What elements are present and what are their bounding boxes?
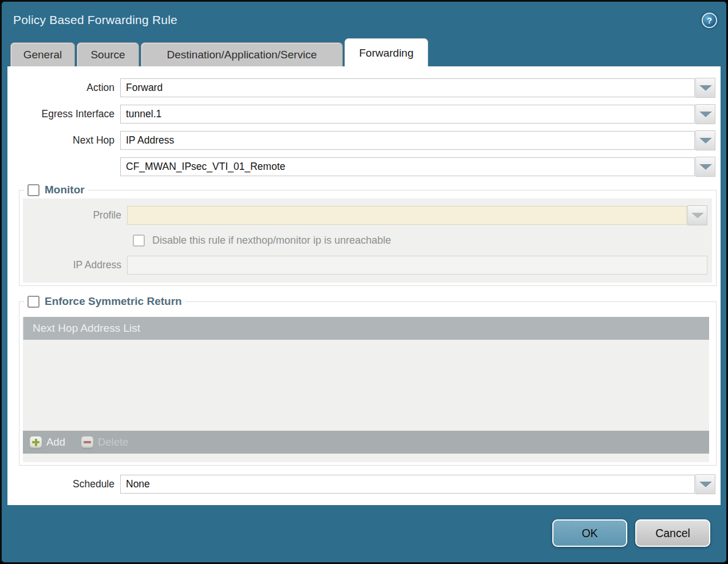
monitor-ip-input — [127, 256, 707, 275]
table-header-label: Next Hop Address List — [33, 322, 140, 335]
monitor-panel: Profile Disable this rule if nexthop/mon… — [23, 198, 712, 283]
disable-rule-checkbox — [133, 235, 145, 247]
chevron-down-icon — [699, 164, 712, 170]
forwarding-tab-panel: Action Forward Egress Interface tunnel.1… — [7, 66, 721, 505]
pbf-rule-dialog: Policy Based Forwarding Rule ? General S… — [0, 0, 728, 564]
symmetric-return-section: Enforce Symmetric Return Next Hop Addres… — [19, 295, 717, 466]
action-select[interactable]: Forward — [120, 78, 695, 97]
next-hop-dropdown-button[interactable] — [695, 130, 715, 150]
chevron-down-icon — [699, 112, 712, 117]
add-button[interactable]: Add — [30, 436, 65, 448]
tab-bar: General Source Destination/Application/S… — [2, 38, 726, 66]
ok-button[interactable]: OK — [552, 519, 627, 547]
monitor-section: Monitor Profile Disable this rule if nex… — [19, 184, 717, 286]
next-hop-address-dropdown-button[interactable] — [695, 157, 715, 177]
monitor-legend-label: Monitor — [45, 184, 85, 196]
action-label: Action — [7, 82, 120, 94]
monitor-ip-label: IP Address — [23, 259, 127, 271]
plus-icon — [30, 436, 42, 448]
next-hop-address-table: Next Hop Address List Add Delete — [23, 317, 709, 462]
profile-select — [127, 206, 687, 225]
egress-interface-select[interactable]: tunnel.1 — [120, 105, 695, 124]
egress-interface-row: Egress Interface tunnel.1 — [7, 105, 715, 124]
tab-destination-application-service[interactable]: Destination/Application/Service — [141, 42, 343, 66]
chevron-down-icon — [699, 482, 712, 487]
schedule-dropdown-button[interactable] — [695, 474, 715, 494]
cancel-button[interactable]: Cancel — [635, 519, 710, 547]
monitor-legend: Monitor — [24, 184, 88, 196]
action-row: Action Forward — [7, 78, 715, 97]
minus-icon — [81, 436, 93, 448]
schedule-row: Schedule None — [7, 475, 715, 494]
delete-button: Delete — [81, 436, 128, 448]
symmetric-return-checkbox[interactable] — [27, 296, 39, 308]
disable-rule-row: Disable this rule if nexthop/monitor ip … — [133, 232, 710, 248]
titlebar: Policy Based Forwarding Rule ? — [2, 2, 726, 38]
chevron-down-icon — [691, 213, 704, 219]
delete-button-label: Delete — [98, 436, 128, 448]
table-body[interactable] — [23, 340, 709, 431]
table-header: Next Hop Address List — [23, 317, 709, 340]
next-hop-type-select[interactable]: IP Address — [120, 131, 695, 150]
monitor-checkbox[interactable] — [27, 184, 39, 196]
egress-interface-label: Egress Interface — [7, 108, 120, 120]
profile-dropdown-button — [687, 205, 707, 225]
chevron-down-icon — [699, 138, 712, 144]
tab-forwarding[interactable]: Forwarding — [345, 38, 428, 66]
chevron-down-icon — [699, 85, 712, 91]
table-bottom-strip — [23, 454, 709, 462]
profile-row: Profile — [23, 206, 707, 225]
action-dropdown-button[interactable] — [695, 78, 715, 98]
help-icon[interactable]: ? — [702, 13, 717, 28]
add-button-label: Add — [46, 436, 65, 448]
symmetric-return-legend-label: Enforce Symmetric Return — [45, 295, 182, 308]
schedule-label: Schedule — [7, 478, 120, 490]
tab-general[interactable]: General — [10, 42, 75, 66]
symmetric-return-legend: Enforce Symmetric Return — [24, 295, 185, 308]
disable-rule-label: Disable this rule if nexthop/monitor ip … — [152, 235, 391, 247]
next-hop-address-select[interactable]: CF_MWAN_IPsec_VTI_01_Remote — [120, 157, 695, 176]
schedule-select[interactable]: None — [120, 475, 695, 494]
profile-label: Profile — [23, 209, 127, 221]
next-hop-address-row: CF_MWAN_IPsec_VTI_01_Remote — [7, 157, 715, 176]
egress-interface-dropdown-button[interactable] — [695, 104, 715, 124]
dialog-footer: OK Cancel — [2, 505, 726, 547]
tab-source[interactable]: Source — [77, 42, 139, 66]
table-toolbar: Add Delete — [23, 431, 709, 454]
next-hop-label: Next Hop — [7, 134, 120, 146]
monitor-ip-row: IP Address — [23, 256, 707, 275]
next-hop-row: Next Hop IP Address — [7, 131, 715, 150]
dialog-title: Policy Based Forwarding Rule — [13, 13, 177, 27]
